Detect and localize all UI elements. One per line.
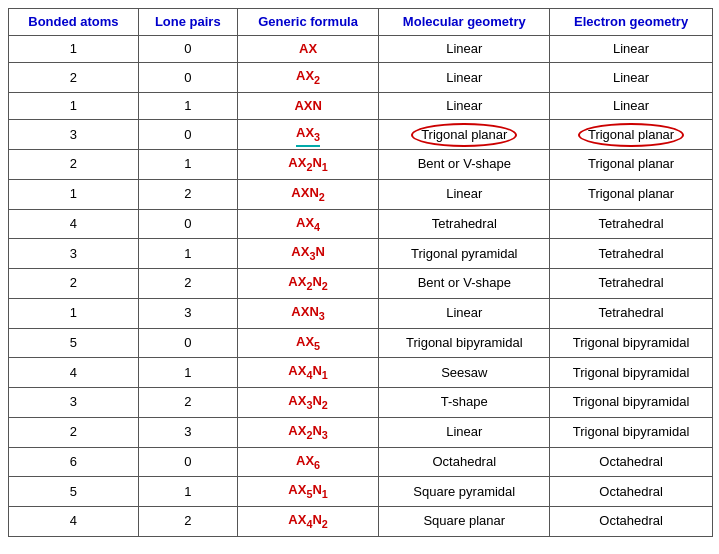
table-row: 42AX4N2Square planarOctahedral [9,507,713,537]
table-row: 60AX6OctahedralOctahedral [9,447,713,477]
generic-formula-cell: AX4 [237,209,379,239]
bonded-atoms-cell: 2 [9,150,139,180]
generic-formula-cell: AX2 [237,63,379,93]
bonded-atoms-cell: 6 [9,447,139,477]
molecular-geometry-cell: Linear [379,298,550,328]
electron-geometry-cell: Linear [550,63,713,93]
electron-geometry-cell: Trigonal planar [550,179,713,209]
molecular-geometry-cell: Octahedral [379,447,550,477]
lone-pairs-cell: 2 [138,269,237,299]
bonded-atoms-cell: 1 [9,36,139,63]
electron-geometry-cell: Trigonal planar [550,120,713,150]
electron-geometry-cell: Tetrahedral [550,209,713,239]
generic-formula-cell: AX3N [237,239,379,269]
table-row: 50AX5Trigonal bipyramidalTrigonal bipyra… [9,328,713,358]
lone-pairs-cell: 1 [138,93,237,120]
bonded-atoms-cell: 4 [9,507,139,537]
electron-geometry-cell: Trigonal bipyramidal [550,328,713,358]
table-row: 12AXN2LinearTrigonal planar [9,179,713,209]
table-row: 20AX2LinearLinear [9,63,713,93]
electron-geometry-cell: Trigonal bipyramidal [550,358,713,388]
header-row: Bonded atoms Lone pairs Generic formula … [9,9,713,36]
table-row: 40AX4TetrahedralTetrahedral [9,209,713,239]
lone-pairs-cell: 1 [138,150,237,180]
generic-formula-cell: AX2N1 [237,150,379,180]
electron-geometry-cell: Linear [550,93,713,120]
lone-pairs-cell: 0 [138,209,237,239]
electron-geometry-cell: Octahedral [550,477,713,507]
bonded-atoms-cell: 3 [9,388,139,418]
bonded-atoms-cell: 1 [9,298,139,328]
bonded-atoms-cell: 1 [9,93,139,120]
lone-pairs-cell: 0 [138,36,237,63]
generic-formula-cell: AX5N1 [237,477,379,507]
molecular-geometry-cell: Bent or V-shape [379,150,550,180]
molecular-geometry-cell: T-shape [379,388,550,418]
generic-formula-cell: AXN2 [237,179,379,209]
molecular-geometry-cell: Linear [379,93,550,120]
bonded-atoms-cell: 2 [9,417,139,447]
bonded-atoms-cell: 3 [9,239,139,269]
table-row: 51AX5N1Square pyramidalOctahedral [9,477,713,507]
lone-pairs-cell: 1 [138,358,237,388]
bonded-atoms-cell: 2 [9,63,139,93]
molecular-geometry-cell: Bent or V-shape [379,269,550,299]
electron-geometry-cell: Tetrahedral [550,298,713,328]
lone-pairs-cell: 0 [138,120,237,150]
generic-formula-cell: AX2N3 [237,417,379,447]
table-row: 30AX3Trigonal planarTrigonal planar [9,120,713,150]
molecular-geometry-cell: Square pyramidal [379,477,550,507]
molecular-geometry-table: Bonded atoms Lone pairs Generic formula … [8,8,713,537]
electron-geometry-cell: Octahedral [550,447,713,477]
table-row: 31AX3NTrigonal pyramidalTetrahedral [9,239,713,269]
table-row: 11AXNLinearLinear [9,93,713,120]
molecular-geometry-cell: Seesaw [379,358,550,388]
bonded-atoms-cell: 2 [9,269,139,299]
generic-formula-cell: AXN [237,93,379,120]
bonded-atoms-cell: 3 [9,120,139,150]
electron-geometry-cell: Tetrahedral [550,269,713,299]
bonded-atoms-cell: 4 [9,209,139,239]
lone-pairs-cell: 2 [138,388,237,418]
bonded-atoms-cell: 5 [9,477,139,507]
table-row: 22AX2N2Bent or V-shapeTetrahedral [9,269,713,299]
generic-formula-cell: AX2N2 [237,269,379,299]
lone-pairs-cell: 0 [138,328,237,358]
lone-pairs-cell: 1 [138,477,237,507]
molecular-geometry-cell: Tetrahedral [379,209,550,239]
table-row: 32AX3N2T-shapeTrigonal bipyramidal [9,388,713,418]
electron-geometry-cell: Trigonal planar [550,150,713,180]
generic-formula-cell: AX4N2 [237,507,379,537]
molecular-geometry-cell: Linear [379,36,550,63]
table-row: 41AX4N1SeesawTrigonal bipyramidal [9,358,713,388]
molecular-geometry-cell: Linear [379,417,550,447]
generic-formula-cell: AX5 [237,328,379,358]
lone-pairs-cell: 2 [138,179,237,209]
electron-geometry-cell: Linear [550,36,713,63]
electron-geometry-cell: Octahedral [550,507,713,537]
bonded-atoms-cell: 4 [9,358,139,388]
lone-pairs-cell: 3 [138,417,237,447]
table-row: 10AXLinearLinear [9,36,713,63]
col-header-molecular-geometry: Molecular geometry [379,9,550,36]
molecular-geometry-cell: Trigonal planar [379,120,550,150]
lone-pairs-cell: 3 [138,298,237,328]
col-header-generic-formula: Generic formula [237,9,379,36]
generic-formula-cell: AX4N1 [237,358,379,388]
molecular-geometry-cell: Linear [379,179,550,209]
bonded-atoms-cell: 5 [9,328,139,358]
col-header-bonded-atoms: Bonded atoms [9,9,139,36]
generic-formula-cell: AX [237,36,379,63]
electron-geometry-cell: Tetrahedral [550,239,713,269]
generic-formula-cell: AX6 [237,447,379,477]
lone-pairs-cell: 0 [138,63,237,93]
lone-pairs-cell: 1 [138,239,237,269]
electron-geometry-cell: Trigonal bipyramidal [550,417,713,447]
table-row: 13AXN3LinearTetrahedral [9,298,713,328]
col-header-electron-geometry: Electron geometry [550,9,713,36]
table-row: 23AX2N3LinearTrigonal bipyramidal [9,417,713,447]
molecular-geometry-cell: Square planar [379,507,550,537]
generic-formula-cell: AX3N2 [237,388,379,418]
molecular-geometry-cell: Trigonal bipyramidal [379,328,550,358]
molecular-geometry-cell: Trigonal pyramidal [379,239,550,269]
